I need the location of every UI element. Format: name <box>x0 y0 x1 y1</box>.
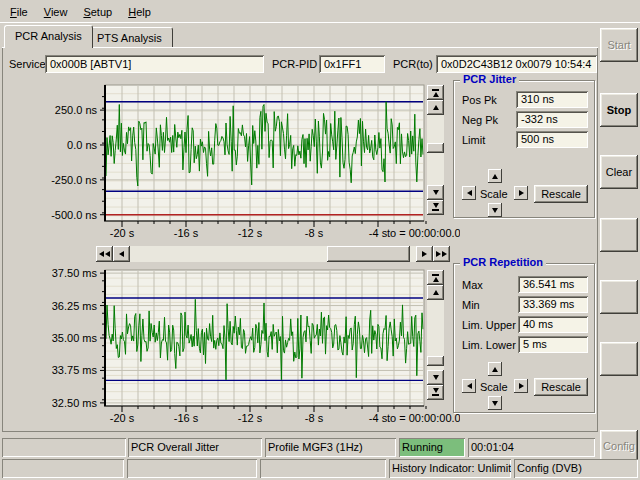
jitter-scale-left-button[interactable] <box>462 186 476 200</box>
side-button-blank-3[interactable] <box>600 342 638 376</box>
jitter-scale-label: Scale <box>480 188 508 200</box>
svg-text:-8 s: -8 s <box>305 227 324 239</box>
menu-view[interactable]: View <box>36 2 76 21</box>
limit-field[interactable]: 500 ns <box>516 131 588 148</box>
arrow-left-icon <box>467 383 472 389</box>
jitter-scroll-down-button[interactable] <box>427 185 444 200</box>
svg-text:-12 s: -12 s <box>238 412 263 424</box>
arrow-down-icon <box>433 375 439 380</box>
repetition-vertical-scrollbar <box>427 270 444 400</box>
repetition-scale-left-button[interactable] <box>462 379 476 393</box>
repetition-scale-down-button[interactable] <box>488 396 502 410</box>
time-scroll-left-button[interactable] <box>113 246 130 262</box>
neg-pk-field[interactable]: -332 ns <box>516 111 588 128</box>
svg-text:-4 s: -4 s <box>369 227 388 239</box>
stop-button[interactable]: Stop <box>600 93 638 127</box>
repetition-scroll-bottom-button[interactable] <box>427 385 444 400</box>
repetition-scale-up-button[interactable] <box>488 362 502 376</box>
jitter-scroll-thumb[interactable] <box>427 143 444 153</box>
arrow-down-bar-icon <box>433 388 439 393</box>
jitter-scroll-bottom-button[interactable] <box>427 200 444 215</box>
time-scroll-track[interactable] <box>130 246 416 262</box>
menu-bar: File View Setup Help <box>0 0 640 23</box>
pos-pk-label: Pos Pk <box>462 94 497 106</box>
svg-text:to = 00:00:00.000: to = 00:00:00.000 <box>387 227 460 239</box>
start-button[interactable]: Start <box>600 28 638 62</box>
arrow-up-icon <box>433 105 439 110</box>
status-history-indicator: History Indicator: Unlimited <box>389 459 511 478</box>
time-scroll-far-left-button[interactable] <box>96 246 113 262</box>
time-scroll-far-right-button[interactable] <box>433 246 450 262</box>
menu-setup[interactable]: Setup <box>75 2 120 21</box>
repetition-scale-right-button[interactable] <box>514 379 528 393</box>
svg-text:-500.0 ns: -500.0 ns <box>51 209 97 221</box>
pcr-repetition-chart: 37.50 ms36.25 ms35.00 ms33.75 ms32.50 ms… <box>30 268 460 432</box>
svg-text:37.50 ms: 37.50 ms <box>52 268 98 279</box>
arrow-up-bar-icon <box>433 277 439 282</box>
time-scrollbar <box>96 246 450 262</box>
repetition-scroll-up-button[interactable] <box>427 285 444 300</box>
tab-pts-analysis[interactable]: PTS Analysis <box>86 27 173 47</box>
clear-button[interactable]: Clear <box>600 155 638 189</box>
lim-lower-field[interactable]: 5 ms <box>518 336 588 353</box>
repetition-scroll-top-button[interactable] <box>427 270 444 285</box>
svg-text:to = 00:00:00.000: to = 00:00:00.000 <box>387 412 460 424</box>
status-panel-empty-1 <box>2 438 126 457</box>
pcr-pid-field[interactable]: 0x1FF1 <box>319 55 385 73</box>
service-field[interactable]: 0x000B [ABTV1] <box>45 55 264 73</box>
status2-panel-empty-3 <box>260 459 386 478</box>
arrow-right-icon <box>519 190 524 196</box>
double-arrow-right-icon <box>436 251 441 257</box>
repetition-scroll-down-button[interactable] <box>427 370 444 385</box>
repetition-scroll-track[interactable] <box>427 300 444 370</box>
time-scroll-thumb[interactable] <box>327 246 410 262</box>
side-button-blank-1[interactable] <box>600 218 638 252</box>
lim-lower-label: Lim. Lower <box>462 339 516 351</box>
arrow-down-icon <box>492 401 498 406</box>
jitter-scroll-up-button[interactable] <box>427 100 444 115</box>
arrow-left-icon <box>119 251 124 257</box>
svg-text:-12 s: -12 s <box>238 227 263 239</box>
jitter-scroll-top-button[interactable] <box>427 85 444 100</box>
pos-pk-field[interactable]: 310 ns <box>516 91 588 108</box>
arrow-down-bar-icon <box>433 203 439 208</box>
pcr-repetition-group-title: PCR Repetition <box>460 256 546 268</box>
repetition-scroll-thumb[interactable] <box>427 356 444 366</box>
tab-pcr-analysis[interactable]: PCR Analysis <box>4 25 93 48</box>
jitter-scale-down-button[interactable] <box>488 203 502 217</box>
status2-panel-empty-1 <box>2 459 124 478</box>
status-measurement: PCR Overall Jitter <box>128 438 262 457</box>
svg-text:33.75 ms: 33.75 ms <box>52 364 98 376</box>
arrow-down-icon <box>492 208 498 213</box>
min-field[interactable]: 33.369 ms <box>518 296 588 313</box>
jitter-scale-right-button[interactable] <box>514 186 528 200</box>
double-arrow-right-icon <box>442 251 447 257</box>
max-field[interactable]: 36.541 ms <box>518 276 588 293</box>
menu-file[interactable]: File <box>2 2 36 21</box>
arrow-up-icon <box>433 290 439 295</box>
max-label: Max <box>462 279 483 291</box>
arrow-up-icon <box>492 367 498 372</box>
repetition-rescale-button[interactable]: Rescale <box>534 378 588 396</box>
svg-text:-20 s: -20 s <box>110 227 135 239</box>
svg-text:-8 s: -8 s <box>305 412 324 424</box>
arrow-right-icon <box>422 251 427 257</box>
pcr-repetition-group: PCR Repetition Max 36.541 ms Min 33.369 … <box>453 263 595 413</box>
pcr-to-field[interactable]: 0x0D2C43B12 0x0079 10:54:4 <box>436 55 597 73</box>
svg-text:250.0 ns: 250.0 ns <box>55 104 98 116</box>
time-scroll-right-button[interactable] <box>416 246 433 262</box>
status-running-badge: Running <box>399 438 465 457</box>
menu-help[interactable]: Help <box>120 2 159 21</box>
jitter-scale-up-button[interactable] <box>488 169 502 183</box>
jitter-scroll-track[interactable] <box>427 115 444 185</box>
pcr-jitter-group: PCR Jitter Pos Pk 310 ns Neg Pk -332 ns … <box>453 80 595 218</box>
config-button[interactable]: Config <box>600 430 638 462</box>
side-button-blank-2[interactable] <box>600 280 638 314</box>
jitter-rescale-button[interactable]: Rescale <box>534 185 588 203</box>
svg-text:35.00 ms: 35.00 ms <box>52 332 98 344</box>
pcr-to-label: PCR(to) <box>393 58 433 70</box>
svg-text:-16 s: -16 s <box>174 227 199 239</box>
svg-text:-20 s: -20 s <box>110 412 135 424</box>
lim-upper-field[interactable]: 40 ms <box>518 316 588 333</box>
neg-pk-label: Neg Pk <box>462 114 498 126</box>
